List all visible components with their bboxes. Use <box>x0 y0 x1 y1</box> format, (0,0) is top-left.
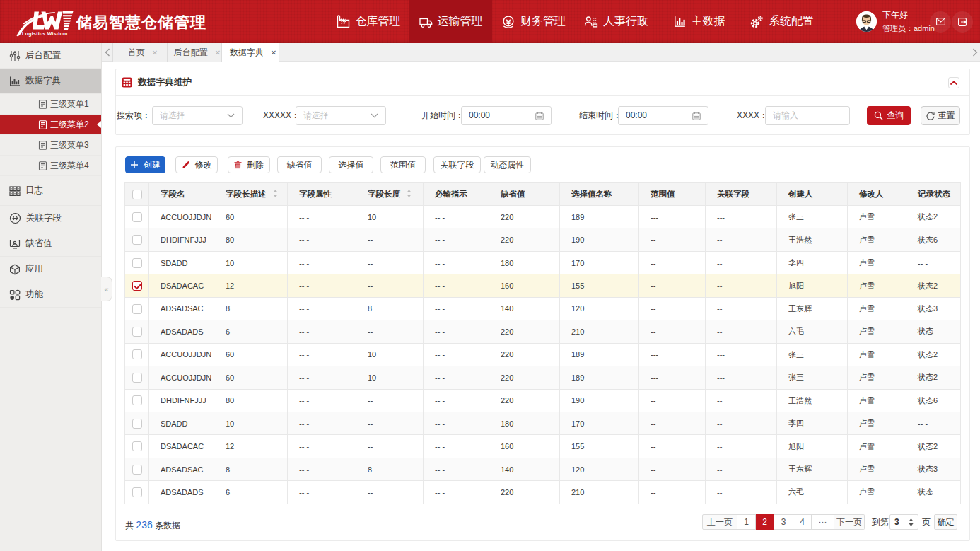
svg-text:Logistics Wisdom: Logistics Wisdom <box>22 31 68 37</box>
